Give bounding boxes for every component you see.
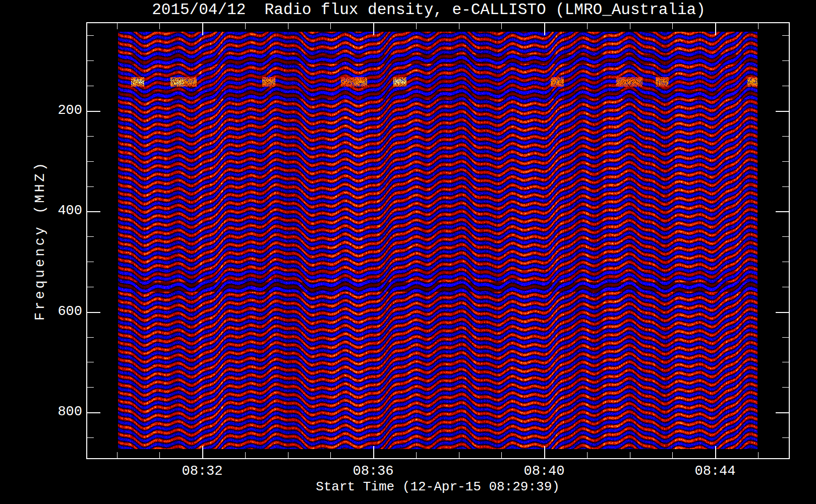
axis-tick xyxy=(288,452,288,458)
axis-tick xyxy=(782,437,789,438)
chart-title: 2015/04/12 Radio flux density, e-CALLIST… xyxy=(61,1,797,19)
y-tick-label: 800 xyxy=(34,404,82,419)
axis-tick xyxy=(87,86,94,86)
axis-tick xyxy=(459,23,459,29)
axis-tick xyxy=(782,60,789,61)
axis-tick xyxy=(501,452,502,458)
axis-tick xyxy=(87,236,94,237)
axis-tick xyxy=(87,186,94,187)
axis-tick xyxy=(782,287,789,287)
axis-tick xyxy=(782,337,789,338)
axis-tick xyxy=(776,412,789,413)
axis-tick xyxy=(245,23,246,29)
axis-tick xyxy=(87,337,94,338)
axis-tick xyxy=(587,452,588,458)
axis-tick xyxy=(87,211,100,212)
axis-tick xyxy=(782,236,789,237)
axis-tick xyxy=(416,23,417,29)
axis-tick xyxy=(587,23,588,29)
axis-tick xyxy=(782,86,789,86)
axis-tick xyxy=(544,23,545,35)
x-tick-label: 08:44 xyxy=(680,464,750,479)
axis-tick xyxy=(202,446,203,458)
axis-tick xyxy=(87,387,94,388)
axis-tick xyxy=(782,387,789,388)
axis-tick xyxy=(782,186,789,187)
axis-tick xyxy=(782,35,789,36)
axis-tick xyxy=(87,35,94,36)
axis-tick xyxy=(501,23,502,29)
axis-tick xyxy=(416,452,417,458)
axis-tick xyxy=(776,211,789,212)
axis-tick xyxy=(202,23,203,35)
x-tick-label: 08:40 xyxy=(509,464,579,479)
x-tick-label: 08:32 xyxy=(167,464,238,479)
plot-frame xyxy=(86,22,790,459)
axis-tick xyxy=(87,161,94,162)
axis-tick xyxy=(87,60,94,61)
axis-tick xyxy=(87,262,94,262)
axis-tick xyxy=(87,362,94,362)
axis-tick xyxy=(87,312,100,313)
y-axis-title: Frequency (MHZ) xyxy=(33,160,48,321)
axis-tick xyxy=(87,437,94,438)
spectrogram-page: 2015/04/12 Radio flux density, e-CALLIST… xyxy=(0,0,816,504)
axis-tick xyxy=(245,452,246,458)
axis-tick xyxy=(758,23,759,29)
x-axis-title: Start Time (12-Apr-15 08:29:39) xyxy=(85,479,791,494)
axis-tick xyxy=(758,452,759,458)
axis-tick xyxy=(776,111,789,112)
axis-tick xyxy=(87,136,94,137)
axis-tick xyxy=(117,23,118,29)
axis-tick xyxy=(159,23,160,29)
y-tick-label: 600 xyxy=(34,304,82,319)
axis-tick xyxy=(87,111,100,112)
axis-tick xyxy=(459,452,459,458)
axis-tick xyxy=(288,23,288,29)
axis-tick xyxy=(715,23,716,35)
axis-tick xyxy=(330,452,331,458)
axis-tick xyxy=(776,312,789,313)
axis-tick xyxy=(672,23,673,29)
axis-tick xyxy=(672,452,673,458)
axis-tick xyxy=(87,412,100,413)
axis-tick xyxy=(159,452,160,458)
axis-tick xyxy=(630,23,630,29)
y-tick-label: 400 xyxy=(34,203,82,218)
axis-tick xyxy=(330,23,331,29)
axis-tick xyxy=(373,23,374,35)
axis-tick xyxy=(782,362,789,362)
axis-tick xyxy=(782,136,789,137)
axis-tick xyxy=(782,262,789,262)
axis-tick xyxy=(117,452,118,458)
axis-tick xyxy=(782,161,789,162)
axis-tick xyxy=(373,446,374,458)
axis-tick xyxy=(87,287,94,287)
axis-tick xyxy=(715,446,716,458)
axis-tick xyxy=(544,446,545,458)
axis-tick xyxy=(630,452,630,458)
x-tick-label: 08:36 xyxy=(338,464,409,479)
y-tick-label: 200 xyxy=(34,103,82,118)
